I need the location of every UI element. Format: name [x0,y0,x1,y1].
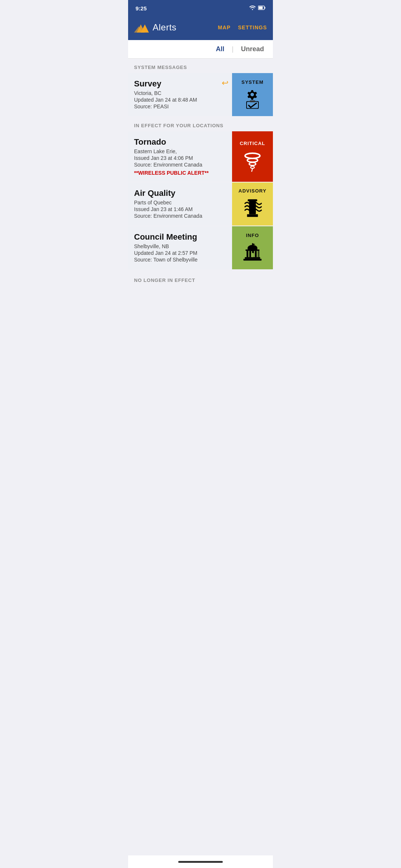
svg-rect-15 [248,199,257,201]
badge-label-tornado: CRITICAL [240,141,265,146]
badge-label-survey: SYSTEM [241,79,263,85]
alert-location-air-quality: Parts of Quebec [134,200,228,206]
in-effect-header: IN EFFECT FOR YOUR LOCATIONS [128,117,273,131]
map-button[interactable]: MAP [218,24,231,30]
no-longer-in-effect-header: NO LONGER IN EFFECT [128,270,273,286]
alert-source-air-quality: Source: Environment Canada [134,213,228,219]
alert-source-council-meeting: Source: Town of Shelbyville [134,257,228,263]
alert-content-tornado: Tornado Eastern Lake Erie, Issued Jan 23… [128,131,232,182]
alert-item-tornado[interactable]: Tornado Eastern Lake Erie, Issued Jan 23… [128,131,273,182]
alert-title-council-meeting: Council Meeting [134,232,228,242]
alert-location-tornado: Eastern Lake Erie, [134,148,228,154]
header-left: Alerts [134,21,176,34]
alert-item-council-meeting[interactable]: Council Meeting Shelbyville, NB Updated … [128,226,273,269]
alert-badge-air-quality: ADVISORY [232,183,273,226]
svg-rect-25 [245,257,260,259]
svg-rect-23 [255,251,257,257]
svg-rect-1 [265,7,265,9]
status-time: 9:25 [136,5,147,11]
svg-rect-16 [247,214,258,217]
svg-rect-20 [247,251,248,257]
alert-item-air-quality[interactable]: Air Quality Parts of Quebec Issued Jan 2… [128,183,273,226]
svg-rect-21 [250,251,251,257]
svg-rect-19 [245,249,260,251]
svg-rect-18 [248,247,257,249]
tornado-badge-icon [241,149,264,173]
alert-content-air-quality: Air Quality Parts of Quebec Issued Jan 2… [128,183,232,226]
wifi-icon [249,5,256,11]
status-bar: 9:25 [128,0,273,16]
svg-marker-29 [252,243,255,245]
alert-timestamp-council-meeting: Updated Jan 24 at 2:57 PM [134,250,228,256]
svg-point-9 [245,153,260,158]
battery-icon [258,5,265,11]
svg-rect-26 [244,259,262,260]
alert-content-survey: Survey Victoria, BC Updated Jan 24 at 8:… [128,73,232,116]
alert-content-council-meeting: Council Meeting Shelbyville, NB Updated … [128,226,232,269]
system-messages-header: SYSTEM MESSAGES [128,59,273,73]
alert-title-tornado: Tornado [134,137,228,147]
app-logo [134,21,149,34]
svg-rect-8 [250,100,255,102]
svg-point-10 [247,158,258,162]
alert-timestamp-survey: Updated Jan 24 at 8:48 AM [134,97,228,103]
council-badge-icon [241,241,264,263]
alert-item-survey[interactable]: Survey Victoria, BC Updated Jan 24 at 8:… [128,73,273,116]
alert-badge-tornado: CRITICAL [232,131,273,182]
air-quality-badge-icon [241,197,264,220]
alert-badge-council-meeting: INFO [232,226,273,269]
alert-location-council-meeting: Shelbyville, NB [134,243,228,249]
svg-point-11 [249,162,256,165]
alert-source-survey: Source: PEASI [134,103,228,109]
filter-tab-unread[interactable]: Unread [239,45,265,54]
settings-button[interactable]: SETTINGS [238,24,267,30]
alert-timestamp-air-quality: Issued Jan 23 at 1:46 AM [134,206,228,212]
svg-rect-24 [258,251,260,257]
header-nav: MAP SETTINGS [218,24,267,30]
filter-tab-all[interactable]: All [214,45,226,54]
system-badge-icon [241,88,264,110]
svg-line-13 [252,168,252,171]
svg-rect-27 [251,253,254,257]
alert-location-survey: Victoria, BC [134,90,228,96]
badge-label-council-meeting: INFO [246,233,259,238]
badge-label-air-quality: ADVISORY [238,188,266,194]
filter-bar: All | Unread [128,40,273,59]
alert-wireless-tornado: **WIRELESS PUBLIC ALERT** [134,170,228,176]
status-icons [249,5,265,11]
app-title: Alerts [153,22,176,33]
alert-badge-survey: SYSTEM [232,73,273,116]
alert-timestamp-tornado: Issued Jan 23 at 4:06 PM [134,155,228,161]
alert-source-tornado: Source: Environment Canada [134,162,228,168]
app-header: Alerts MAP SETTINGS [128,16,273,40]
alert-title-survey: Survey [134,79,228,89]
reply-icon: ↩ [222,78,228,88]
filter-divider: | [232,45,234,53]
svg-rect-2 [259,7,263,9]
alert-title-air-quality: Air Quality [134,188,228,198]
